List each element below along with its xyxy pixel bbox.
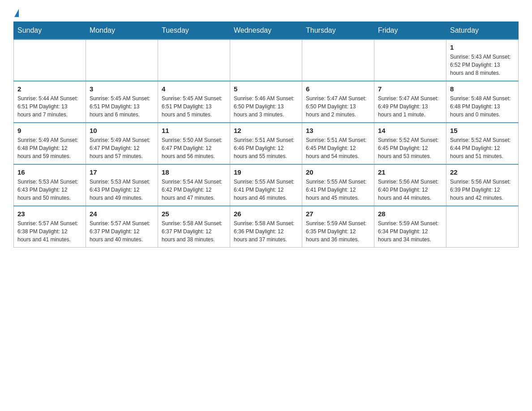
calendar-table: SundayMondayTuesdayWednesdayThursdayFrid… bbox=[13, 21, 519, 248]
calendar-week-3: 9Sunrise: 5:49 AM Sunset: 6:48 PM Daylig… bbox=[14, 123, 519, 164]
day-number: 16 bbox=[17, 168, 82, 176]
calendar-cell: 16Sunrise: 5:53 AM Sunset: 6:43 PM Dayli… bbox=[14, 164, 86, 206]
calendar-week-1: 1Sunrise: 5:43 AM Sunset: 6:52 PM Daylig… bbox=[14, 39, 519, 81]
day-number: 14 bbox=[378, 127, 442, 134]
day-info: Sunrise: 5:56 AM Sunset: 6:39 PM Dayligh… bbox=[450, 178, 515, 202]
weekday-header-friday: Friday bbox=[374, 22, 446, 40]
day-number: 18 bbox=[162, 168, 226, 176]
day-info: Sunrise: 5:58 AM Sunset: 6:36 PM Dayligh… bbox=[234, 219, 298, 244]
calendar-week-2: 2Sunrise: 5:44 AM Sunset: 6:51 PM Daylig… bbox=[14, 81, 519, 123]
day-info: Sunrise: 5:44 AM Sunset: 6:51 PM Dayligh… bbox=[17, 94, 82, 119]
calendar-cell: 22Sunrise: 5:56 AM Sunset: 6:39 PM Dayli… bbox=[446, 164, 519, 206]
calendar-cell: 24Sunrise: 5:57 AM Sunset: 6:37 PM Dayli… bbox=[86, 206, 158, 248]
day-number: 26 bbox=[234, 210, 298, 218]
day-info: Sunrise: 5:49 AM Sunset: 6:48 PM Dayligh… bbox=[17, 136, 82, 160]
day-info: Sunrise: 5:59 AM Sunset: 6:35 PM Dayligh… bbox=[306, 219, 370, 244]
calendar-cell: 6Sunrise: 5:47 AM Sunset: 6:50 PM Daylig… bbox=[302, 81, 374, 123]
calendar-cell: 25Sunrise: 5:58 AM Sunset: 6:37 PM Dayli… bbox=[158, 206, 230, 248]
day-info: Sunrise: 5:47 AM Sunset: 6:50 PM Dayligh… bbox=[306, 94, 370, 119]
calendar-week-5: 23Sunrise: 5:57 AM Sunset: 6:38 PM Dayli… bbox=[14, 206, 519, 248]
calendar-cell: 5Sunrise: 5:46 AM Sunset: 6:50 PM Daylig… bbox=[230, 81, 302, 123]
calendar-cell: 28Sunrise: 5:59 AM Sunset: 6:34 PM Dayli… bbox=[374, 206, 446, 248]
day-number: 2 bbox=[17, 85, 82, 93]
day-number: 25 bbox=[162, 210, 226, 218]
calendar-cell bbox=[86, 39, 158, 81]
day-number: 15 bbox=[450, 127, 515, 134]
calendar-cell: 9Sunrise: 5:49 AM Sunset: 6:48 PM Daylig… bbox=[14, 123, 86, 164]
calendar-week-4: 16Sunrise: 5:53 AM Sunset: 6:43 PM Dayli… bbox=[14, 164, 519, 206]
day-number: 11 bbox=[162, 127, 226, 134]
weekday-header-tuesday: Tuesday bbox=[158, 22, 230, 40]
day-info: Sunrise: 5:53 AM Sunset: 6:43 PM Dayligh… bbox=[90, 178, 154, 202]
calendar-cell: 8Sunrise: 5:48 AM Sunset: 6:48 PM Daylig… bbox=[446, 81, 519, 123]
day-info: Sunrise: 5:50 AM Sunset: 6:47 PM Dayligh… bbox=[162, 136, 226, 160]
day-info: Sunrise: 5:49 AM Sunset: 6:47 PM Dayligh… bbox=[90, 136, 154, 160]
day-number: 4 bbox=[162, 85, 226, 93]
day-number: 24 bbox=[90, 210, 154, 218]
day-number: 27 bbox=[306, 210, 370, 218]
calendar-cell: 7Sunrise: 5:47 AM Sunset: 6:49 PM Daylig… bbox=[374, 81, 446, 123]
day-number: 9 bbox=[17, 127, 82, 134]
calendar-cell: 3Sunrise: 5:45 AM Sunset: 6:51 PM Daylig… bbox=[86, 81, 158, 123]
day-number: 1 bbox=[450, 43, 515, 51]
calendar-header-row: SundayMondayTuesdayWednesdayThursdayFrid… bbox=[14, 22, 519, 40]
day-info: Sunrise: 5:58 AM Sunset: 6:37 PM Dayligh… bbox=[162, 219, 226, 244]
day-number: 6 bbox=[306, 85, 370, 93]
weekday-header-thursday: Thursday bbox=[302, 22, 374, 40]
calendar-cell: 18Sunrise: 5:54 AM Sunset: 6:42 PM Dayli… bbox=[158, 164, 230, 206]
calendar-cell: 10Sunrise: 5:49 AM Sunset: 6:47 PM Dayli… bbox=[86, 123, 158, 164]
weekday-header-sunday: Sunday bbox=[14, 22, 86, 40]
day-info: Sunrise: 5:56 AM Sunset: 6:40 PM Dayligh… bbox=[378, 178, 442, 202]
day-info: Sunrise: 5:55 AM Sunset: 6:41 PM Dayligh… bbox=[234, 178, 298, 202]
day-info: Sunrise: 5:43 AM Sunset: 6:52 PM Dayligh… bbox=[450, 53, 515, 77]
weekday-header-saturday: Saturday bbox=[446, 22, 519, 40]
calendar-cell: 23Sunrise: 5:57 AM Sunset: 6:38 PM Dayli… bbox=[14, 206, 86, 248]
day-info: Sunrise: 5:53 AM Sunset: 6:43 PM Dayligh… bbox=[17, 178, 82, 202]
day-info: Sunrise: 5:48 AM Sunset: 6:48 PM Dayligh… bbox=[450, 94, 515, 119]
calendar-cell: 27Sunrise: 5:59 AM Sunset: 6:35 PM Dayli… bbox=[302, 206, 374, 248]
day-number: 17 bbox=[90, 168, 154, 176]
calendar-cell bbox=[230, 39, 302, 81]
logo bbox=[13, 9, 19, 17]
day-info: Sunrise: 5:47 AM Sunset: 6:49 PM Dayligh… bbox=[378, 94, 442, 119]
weekday-header-monday: Monday bbox=[86, 22, 158, 40]
day-number: 5 bbox=[234, 85, 298, 93]
weekday-header-wednesday: Wednesday bbox=[230, 22, 302, 40]
calendar-cell bbox=[14, 39, 86, 81]
calendar-cell bbox=[302, 39, 374, 81]
day-number: 19 bbox=[234, 168, 298, 176]
calendar-cell: 1Sunrise: 5:43 AM Sunset: 6:52 PM Daylig… bbox=[446, 39, 519, 81]
calendar-cell: 2Sunrise: 5:44 AM Sunset: 6:51 PM Daylig… bbox=[14, 81, 86, 123]
calendar-cell: 13Sunrise: 5:51 AM Sunset: 6:45 PM Dayli… bbox=[302, 123, 374, 164]
calendar-cell: 20Sunrise: 5:55 AM Sunset: 6:41 PM Dayli… bbox=[302, 164, 374, 206]
calendar-cell: 11Sunrise: 5:50 AM Sunset: 6:47 PM Dayli… bbox=[158, 123, 230, 164]
day-number: 10 bbox=[90, 127, 154, 134]
day-number: 13 bbox=[306, 127, 370, 134]
day-number: 20 bbox=[306, 168, 370, 176]
day-info: Sunrise: 5:51 AM Sunset: 6:45 PM Dayligh… bbox=[306, 136, 370, 160]
calendar-cell: 26Sunrise: 5:58 AM Sunset: 6:36 PM Dayli… bbox=[230, 206, 302, 248]
calendar-cell: 14Sunrise: 5:52 AM Sunset: 6:45 PM Dayli… bbox=[374, 123, 446, 164]
day-number: 3 bbox=[90, 85, 154, 93]
day-info: Sunrise: 5:55 AM Sunset: 6:41 PM Dayligh… bbox=[306, 178, 370, 202]
calendar-cell: 21Sunrise: 5:56 AM Sunset: 6:40 PM Dayli… bbox=[374, 164, 446, 206]
day-number: 28 bbox=[378, 210, 442, 218]
day-info: Sunrise: 5:45 AM Sunset: 6:51 PM Dayligh… bbox=[162, 94, 226, 119]
day-info: Sunrise: 5:46 AM Sunset: 6:50 PM Dayligh… bbox=[234, 94, 298, 119]
calendar-cell bbox=[446, 206, 519, 248]
day-info: Sunrise: 5:52 AM Sunset: 6:45 PM Dayligh… bbox=[378, 136, 442, 160]
day-info: Sunrise: 5:57 AM Sunset: 6:38 PM Dayligh… bbox=[17, 219, 82, 244]
day-number: 21 bbox=[378, 168, 442, 176]
day-number: 7 bbox=[378, 85, 442, 93]
day-info: Sunrise: 5:59 AM Sunset: 6:34 PM Dayligh… bbox=[378, 219, 442, 244]
calendar-cell bbox=[158, 39, 230, 81]
day-info: Sunrise: 5:57 AM Sunset: 6:37 PM Dayligh… bbox=[90, 219, 154, 244]
calendar-cell: 17Sunrise: 5:53 AM Sunset: 6:43 PM Dayli… bbox=[86, 164, 158, 206]
day-number: 8 bbox=[450, 85, 515, 93]
calendar-cell: 15Sunrise: 5:52 AM Sunset: 6:44 PM Dayli… bbox=[446, 123, 519, 164]
day-info: Sunrise: 5:51 AM Sunset: 6:46 PM Dayligh… bbox=[234, 136, 298, 160]
day-info: Sunrise: 5:54 AM Sunset: 6:42 PM Dayligh… bbox=[162, 178, 226, 202]
day-info: Sunrise: 5:45 AM Sunset: 6:51 PM Dayligh… bbox=[90, 94, 154, 119]
calendar-cell bbox=[374, 39, 446, 81]
day-number: 22 bbox=[450, 168, 515, 176]
